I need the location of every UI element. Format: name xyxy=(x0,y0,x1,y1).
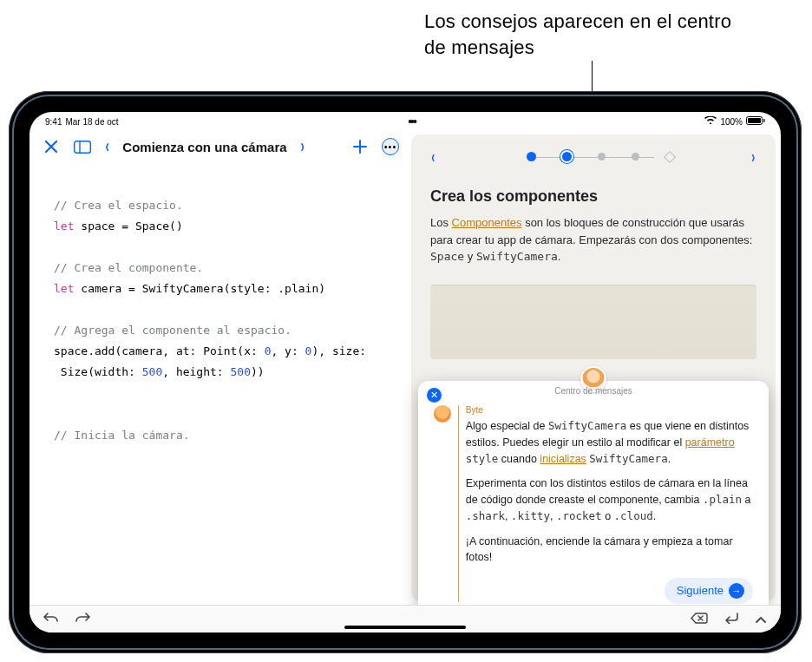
code-comment: // Inicia la cámara. xyxy=(54,429,190,442)
editor-toolbar: ‹ Comienza con una cámara › ••• xyxy=(29,131,411,162)
msg-text: a xyxy=(742,494,750,506)
multitask-indicator[interactable]: ••• xyxy=(408,119,416,124)
byte-icon xyxy=(434,405,451,423)
svg-rect-1 xyxy=(748,118,761,123)
close-icon[interactable] xyxy=(42,137,61,156)
pager-end-icon[interactable] xyxy=(663,150,675,162)
guide-text: y xyxy=(464,250,476,263)
home-indicator[interactable] xyxy=(344,626,466,629)
page-title: Comienza con una cámara xyxy=(122,140,286,154)
guide-pane: ‹ › Crea los componentes Lo xyxy=(411,134,776,601)
code-number: 500 xyxy=(231,365,251,378)
msg-text: cuando xyxy=(498,453,540,465)
components-link[interactable]: Componentes xyxy=(452,216,522,229)
return-key-icon[interactable] xyxy=(724,612,739,627)
add-icon[interactable] xyxy=(350,137,370,156)
code-text: ), size: xyxy=(311,344,366,357)
guide-code: SwiftyCamera xyxy=(476,250,558,263)
code-text: )) xyxy=(251,365,265,378)
code-comment: // Agrega el componente al espacio. xyxy=(54,324,291,337)
msg-text: , xyxy=(505,510,511,522)
code-keyword: let xyxy=(54,282,74,295)
msg-code: .plain xyxy=(703,493,742,506)
wifi-icon xyxy=(704,116,717,127)
battery-percent: 100% xyxy=(720,117,743,127)
keyboard-up-icon[interactable] xyxy=(755,612,767,627)
code-comment: // Crea el componente. xyxy=(54,261,203,274)
guide-forward-icon[interactable]: › xyxy=(752,147,756,167)
redo-icon[interactable] xyxy=(75,612,90,627)
guide-text: Los xyxy=(430,216,452,229)
arrow-right-icon: → xyxy=(729,583,744,599)
byte-label: Byte xyxy=(466,403,753,416)
more-icon[interactable]: ••• xyxy=(382,138,399,155)
code-editor[interactable]: // Crea el espacio. let space = Space() … xyxy=(29,162,411,475)
delete-key-icon[interactable] xyxy=(691,612,708,627)
status-bar: 9:41 Mar 18 de oct ••• 100% xyxy=(29,112,781,131)
progress-pager xyxy=(436,152,751,161)
msg-text: Algo especial de xyxy=(466,420,548,432)
svg-rect-3 xyxy=(75,141,91,153)
code-text: space = Space() xyxy=(74,220,182,233)
code-text: camera = SwiftyCamera(style: .plain) xyxy=(74,282,325,295)
status-time: 9:41 xyxy=(45,117,62,127)
msg-text: ¡A continuación, enciende la cámara y em… xyxy=(466,534,753,567)
preview-placeholder xyxy=(430,285,756,359)
pager-step-current[interactable] xyxy=(562,152,572,161)
code-text: Size(width: xyxy=(54,365,142,378)
guide-heading: Crea los componentes xyxy=(430,187,756,206)
msg-text: . xyxy=(668,453,671,465)
msg-text: . xyxy=(653,510,656,522)
code-text: space.add(camera, at: Point(x: xyxy=(54,344,265,357)
msg-code: .kitty xyxy=(511,509,550,522)
guide-back-icon[interactable]: ‹ xyxy=(431,147,435,167)
message-body: Byte Algo especial de SwiftyCamera es qu… xyxy=(466,403,753,604)
code-comment: // Crea el espacio. xyxy=(54,199,183,212)
svg-rect-2 xyxy=(763,119,765,122)
pager-step[interactable] xyxy=(632,153,639,161)
ipad-screen: 9:41 Mar 18 de oct ••• 100% xyxy=(29,112,781,633)
msg-code: SwiftyCamera xyxy=(548,419,626,432)
guide-paragraph: Los Componentes son los bloques de const… xyxy=(430,214,756,265)
guide-text: . xyxy=(558,250,561,263)
back-chevron-icon[interactable]: ‹ xyxy=(105,135,108,158)
undo-icon[interactable] xyxy=(43,612,59,627)
ipad-frame: 9:41 Mar 18 de oct ••• 100% xyxy=(9,91,802,653)
next-label: Siguiente xyxy=(677,582,724,600)
code-text: , y: xyxy=(271,344,304,357)
msg-code: .rocket xyxy=(556,509,602,522)
pager-step[interactable] xyxy=(527,152,536,161)
msg-code: SwiftyCamera xyxy=(589,452,667,465)
pager-step[interactable] xyxy=(598,153,606,161)
message-center-card: ✕ Centro de mensajes Byte Algo especial … xyxy=(418,381,769,614)
msg-code: .shark xyxy=(466,509,505,522)
initialize-link[interactable]: inicializas xyxy=(540,453,586,465)
message-center-title: Centro de mensajes xyxy=(418,386,769,396)
editor-pane: ‹ Comienza con una cámara › ••• // Crea … xyxy=(29,131,411,601)
battery-icon xyxy=(746,116,765,127)
code-keyword: let xyxy=(54,220,74,233)
callout-text: Los consejos aparecen en el centro de me… xyxy=(424,9,754,60)
sidebar-toggle-icon[interactable] xyxy=(73,137,92,156)
msg-text: , xyxy=(550,510,556,522)
msg-code: style xyxy=(466,452,499,465)
msg-text: o xyxy=(602,510,614,522)
status-date: Mar 18 de oct xyxy=(65,117,118,127)
message-rule xyxy=(458,405,459,602)
forward-chevron-icon[interactable]: › xyxy=(300,135,304,158)
guide-code: Space xyxy=(430,250,464,263)
next-button[interactable]: Siguiente → xyxy=(665,578,753,604)
msg-code: .cloud xyxy=(614,509,653,522)
code-number: 500 xyxy=(142,365,162,378)
parameter-link[interactable]: parámetro xyxy=(685,436,735,449)
code-text: , height: xyxy=(162,365,230,378)
